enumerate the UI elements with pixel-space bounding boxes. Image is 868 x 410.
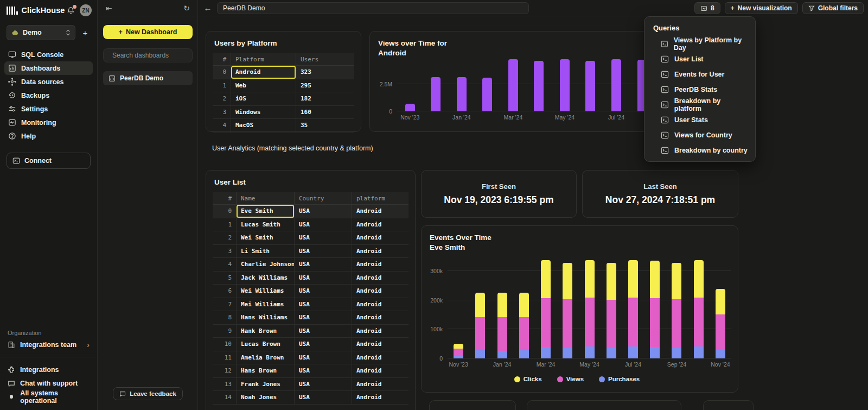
bar-segment-views[interactable] [541,298,551,347]
table-cell[interactable]: USA [295,338,352,351]
legend-item-views[interactable]: Views [557,376,584,382]
table-cell[interactable]: 1 [213,79,231,93]
new-dashboard-button[interactable]: + New Dashboard [103,25,193,39]
table-cell[interactable]: Android [352,272,409,285]
search-input[interactable] [112,52,196,59]
bar-segment-views[interactable] [497,317,507,350]
table-cell[interactable]: 4 [213,258,237,272]
bar-segment-purchases[interactable] [541,347,551,358]
table-cell[interactable]: 182 [296,92,354,106]
table-cell[interactable]: 5 [213,272,237,285]
bar-segment-views[interactable] [454,349,463,356]
table-cell[interactable]: Android [352,378,409,392]
back-button[interactable]: ← [199,3,217,12]
table-cell[interactable]: Hans Brown [237,364,295,378]
new-visualization-button[interactable]: + New visualization [725,2,798,14]
sidebar-item-help[interactable]: Help [4,129,93,143]
table-cell[interactable]: 3 [213,106,231,119]
table-cell[interactable]: USA [295,245,352,258]
table-cell[interactable]: USA [295,378,352,392]
table-cell[interactable]: 9 [213,325,237,338]
bar[interactable] [431,77,441,111]
bar[interactable] [560,59,570,111]
table-cell[interactable]: 295 [296,79,354,93]
add-workspace-button[interactable]: + [80,28,91,37]
table-cell[interactable]: Android [352,245,409,258]
sidebar-item-chat-support[interactable]: Chat with support [0,376,97,390]
table-cell[interactable]: 8 [213,311,237,325]
bar-segment-views[interactable] [672,299,681,348]
bar-segment-purchases[interactable] [628,346,638,358]
table-cell[interactable]: USA [295,285,352,298]
table-cell[interactable]: Frank Jones [237,378,295,392]
bar[interactable] [508,59,518,111]
table-cell[interactable]: USA [295,258,352,272]
table-cell[interactable]: USA [295,205,352,218]
bar-segment-clicks[interactable] [475,293,485,318]
table-cell[interactable]: USA [295,325,352,338]
bar-segment-views[interactable] [519,317,529,350]
table-cell[interactable]: Android [352,218,409,232]
connect-button[interactable]: Connect [7,153,91,169]
table-cell[interactable]: 13 [213,378,237,392]
table-cell[interactable]: USA [295,218,352,232]
table-cell[interactable]: Eve Smith [237,205,295,218]
sidebar-item-settings[interactable]: Settings [4,102,93,116]
table-cell[interactable]: Hank Brown [237,325,295,338]
organization-team-selector[interactable]: Integrations team › [0,340,97,357]
dashboard-list-item[interactable]: PeerDB Demo [103,71,193,85]
avatar[interactable]: ZN [80,4,92,16]
bar-segment-purchases[interactable] [672,348,681,358]
table-cell[interactable]: Android [352,285,409,298]
query-menu-item[interactable]: PeerDB Stats [644,82,755,97]
refresh-icon[interactable]: ↻ [183,4,190,12]
table-cell[interactable]: Android [352,364,409,378]
leave-feedback-button[interactable]: Leave feedback [113,387,183,400]
table-cell[interactable]: Hans Williams [237,311,295,325]
table-cell[interactable]: 12 [213,364,237,378]
bar-segment-views[interactable] [716,314,725,350]
table-cell[interactable]: iOS [231,92,296,106]
table-cell[interactable]: 0 [213,66,231,79]
bar-segment-purchases[interactable] [607,348,616,358]
table-cell[interactable]: 6 [213,285,237,298]
visualization-count-button[interactable]: 8 [694,2,720,14]
table-cell[interactable]: 10 [213,338,237,351]
table-cell[interactable]: USA [295,364,352,378]
table-cell[interactable]: Lucas Smith [237,218,295,232]
table-cell[interactable]: Android [352,391,409,405]
sidebar-item-monitoring[interactable]: Monitoring [4,116,93,129]
table-cell[interactable]: Li Smith [237,245,295,258]
bar-segment-clicks[interactable] [694,260,704,298]
table-cell[interactable]: Android [352,231,409,245]
bar-segment-views[interactable] [585,298,595,346]
table-cell[interactable]: Android [352,298,409,312]
table-cell[interactable]: Android [352,205,409,218]
bar-segment-purchases[interactable] [475,350,485,358]
global-filters-button[interactable]: Global filters [802,2,864,14]
bar-segment-clicks[interactable] [563,263,572,299]
table-cell[interactable]: Jack Williams [237,272,295,285]
bar[interactable] [405,104,415,111]
table-cell[interactable]: 323 [296,66,354,79]
query-menu-item[interactable]: Events for User [644,67,755,82]
bar-segment-clicks[interactable] [672,263,681,299]
bar-segment-views[interactable] [607,300,616,348]
table-cell[interactable]: 2 [213,231,237,245]
sidebar-item-data-sources[interactable]: Data sources [4,75,93,89]
table-cell[interactable]: Wei Smith [237,231,295,245]
table-cell[interactable]: Charlie Johnson [237,258,295,272]
sidebar-item-dashboards[interactable]: Dashboards [4,61,93,75]
bar-segment-clicks[interactable] [585,260,595,298]
bar-segment-views[interactable] [650,298,660,347]
bar-segment-clicks[interactable] [650,261,660,298]
bar[interactable] [611,59,621,111]
bar[interactable] [585,61,595,111]
legend-item-clicks[interactable]: Clicks [514,376,542,382]
bar-segment-views[interactable] [475,317,485,350]
table-cell[interactable]: Amelia Brown [237,351,295,365]
bar-segment-clicks[interactable] [497,293,507,318]
query-menu-item[interactable]: User Stats [644,112,755,128]
sidebar-item-backups[interactable]: Backups [4,89,93,102]
table-cell[interactable]: 3 [213,245,237,258]
